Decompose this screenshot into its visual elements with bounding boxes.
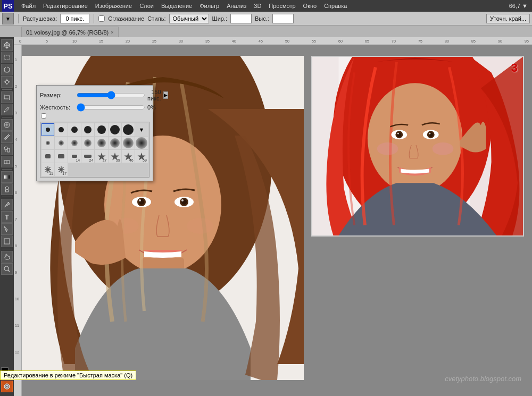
- menu-edit[interactable]: Редактирование: [40, 2, 91, 10]
- tool-move[interactable]: [1, 39, 13, 51]
- svg-rect-15: [4, 239, 10, 244]
- brush-item[interactable]: 59: [135, 150, 148, 163]
- brush-item[interactable]: [55, 137, 68, 149]
- brush-item[interactable]: [81, 123, 94, 136]
- brush-item[interactable]: [41, 150, 54, 163]
- tool-brush[interactable]: [1, 131, 13, 143]
- brush-item[interactable]: 27: [95, 150, 108, 163]
- svg-point-75: [368, 83, 462, 193]
- svg-point-85: [377, 142, 398, 155]
- brush-item[interactable]: [95, 123, 108, 136]
- tool-gradient[interactable]: [1, 171, 13, 183]
- brush-scroll-down[interactable]: ▼: [135, 123, 148, 136]
- width-input[interactable]: [230, 14, 252, 23]
- brush-item[interactable]: [81, 137, 94, 149]
- tool-clone-stamp[interactable]: [1, 144, 13, 155]
- menu-file[interactable]: Файл: [18, 2, 39, 10]
- svg-point-19: [6, 385, 8, 387]
- tool-eyedropper[interactable]: [1, 104, 13, 115]
- red-hair-image: 3: [311, 56, 524, 237]
- brush-item[interactable]: [68, 123, 81, 136]
- style-select[interactable]: Обычный: [169, 14, 209, 23]
- brush-item[interactable]: [95, 137, 108, 149]
- menu-select[interactable]: Выделение: [158, 2, 195, 10]
- quick-mask-button[interactable]: [1, 381, 13, 392]
- brush-item[interactable]: 17: [55, 163, 68, 176]
- menu-3d[interactable]: 3D: [251, 2, 264, 10]
- zoom-level: 66,7 ▼: [507, 3, 530, 9]
- brush-item[interactable]: [109, 123, 121, 136]
- tool-dodge[interactable]: [1, 183, 13, 195]
- document-tab[interactable]: 01 volosy.jpg @ 66,7% (RGB/8) ×: [21, 27, 119, 37]
- size-slider[interactable]: [77, 91, 145, 99]
- watermark: cvetyphoto.blogspot.com: [445, 375, 521, 383]
- tool-path-select[interactable]: [1, 223, 13, 235]
- menu-analysis[interactable]: Анализ: [223, 2, 250, 10]
- toolbar: T: [0, 37, 14, 396]
- size-expand-button[interactable]: ▶: [163, 91, 168, 99]
- tool-zoom[interactable]: [1, 263, 13, 275]
- tool-magic-wand[interactable]: [1, 76, 13, 88]
- tool-crop[interactable]: [1, 91, 13, 103]
- brush-picker-popup: Размер: 150 пикс. ▶ Жесткость: 0%: [36, 85, 153, 181]
- brush-item[interactable]: 46: [122, 150, 135, 163]
- menu-filter[interactable]: Фильтр: [196, 2, 222, 10]
- options-bar: ▼ Растушевка: Сглаживание Стиль: Обычный…: [0, 12, 532, 26]
- hardness-slider[interactable]: [77, 104, 145, 111]
- brush-item[interactable]: [122, 123, 135, 136]
- brush-item[interactable]: [109, 137, 121, 149]
- separator: [18, 14, 19, 23]
- tool-separator5: [2, 249, 12, 249]
- svg-point-16: [4, 266, 9, 271]
- svg-text:90: 90: [498, 39, 502, 43]
- brush-option-checkbox[interactable]: [41, 113, 46, 119]
- brush-item[interactable]: [135, 137, 148, 149]
- brush-item[interactable]: [55, 123, 68, 136]
- tool-hand[interactable]: [1, 251, 13, 263]
- height-label: Выс.:: [255, 15, 269, 22]
- svg-text:0: 0: [19, 39, 21, 43]
- tool-lasso[interactable]: [1, 64, 13, 75]
- brush-item[interactable]: [41, 123, 54, 136]
- svg-text:65: 65: [365, 39, 369, 43]
- tool-marquee-rect[interactable]: [1, 52, 13, 63]
- brush-item[interactable]: [55, 150, 68, 163]
- menu-layers[interactable]: Слои: [136, 2, 157, 10]
- step-number-3: 3: [511, 61, 518, 75]
- brush-item[interactable]: 11: [41, 163, 54, 176]
- brush-size-input[interactable]: [60, 14, 89, 23]
- brush-item[interactable]: [68, 137, 81, 149]
- tool-shape[interactable]: [1, 235, 13, 247]
- tooltip-text: Редактирование в режиме "Быстрая маска" …: [4, 372, 132, 378]
- tool-eraser[interactable]: [1, 156, 13, 167]
- size-value: 150 пикс.: [147, 89, 161, 102]
- tool-separator4: [2, 197, 12, 197]
- brush-item[interactable]: 14: [68, 150, 81, 163]
- brush-item[interactable]: [41, 137, 54, 149]
- brush-item[interactable]: 24: [81, 150, 94, 163]
- menu-window[interactable]: Окно: [300, 2, 320, 10]
- brush-item[interactable]: [122, 137, 135, 149]
- menu-help[interactable]: Справка: [321, 2, 350, 10]
- ruler-horizontal: 0 5 10 15 20 25 30 35 40 45 50 55 60 65 …: [14, 37, 532, 45]
- tab-close-button[interactable]: ×: [111, 30, 113, 35]
- anti-alias-checkbox[interactable]: [98, 15, 105, 22]
- tool-spot-heal[interactable]: [1, 119, 13, 131]
- tool-pen[interactable]: [1, 199, 13, 210]
- size-slider-container: [77, 91, 145, 99]
- height-input[interactable]: [272, 14, 294, 23]
- refine-edge-button[interactable]: Уточн. край...: [486, 14, 530, 23]
- svg-text:55: 55: [312, 39, 316, 43]
- brush-grid: ▼: [40, 122, 149, 178]
- menu-image[interactable]: Изображение: [92, 2, 135, 10]
- workspace: T: [0, 37, 532, 396]
- brush-item[interactable]: 39: [109, 150, 121, 163]
- menu-view[interactable]: Просмотр: [265, 2, 298, 10]
- size-label: Размер:: [40, 92, 74, 98]
- svg-text:35: 35: [205, 39, 210, 43]
- svg-rect-0: [4, 55, 10, 60]
- separator2: [94, 14, 94, 23]
- tool-preset[interactable]: ▼: [2, 13, 14, 24]
- svg-text:20: 20: [126, 39, 130, 43]
- tool-text[interactable]: T: [1, 211, 13, 223]
